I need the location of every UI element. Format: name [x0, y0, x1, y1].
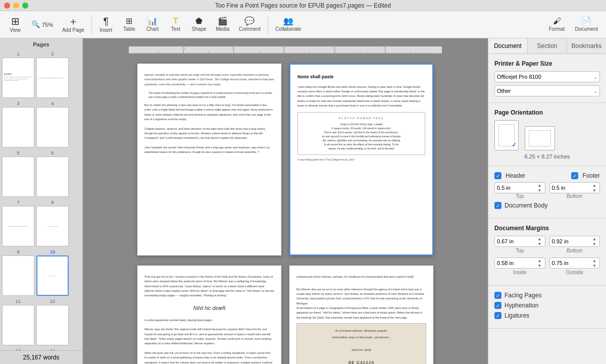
stepper-down[interactable]: ▼	[537, 188, 543, 193]
document-area[interactable]: -5 0 5 0 5	[83, 38, 488, 364]
page-thumbnail-9[interactable]	[2, 255, 34, 296]
document-button[interactable]: 📄 Document	[571, 15, 602, 34]
tab-section[interactable]: Section	[528, 38, 567, 54]
page-number-2: 2	[51, 51, 54, 57]
tab-document[interactable]: Document	[488, 38, 528, 54]
word-count-label: words	[43, 354, 60, 361]
maximize-button[interactable]	[22, 3, 28, 9]
header-top-value: 0.5 in	[497, 185, 537, 191]
footer-checkbox[interactable]: ✓	[571, 172, 578, 179]
page-thumb-container-6: 6	[36, 150, 69, 197]
paper-select[interactable]: Other ⌄	[494, 85, 600, 96]
thumb-text-3	[3, 126, 34, 129]
doc-page-9[interactable]: typeset, samples to estimate words per p…	[137, 64, 281, 255]
thumb-text-1: NoneShall typeset, samples to estimate w…	[3, 72, 34, 83]
document-body-checkbox[interactable]: ✓	[494, 202, 501, 209]
page-12-body-1: multaneously [more relevant, perhaps, fo…	[296, 275, 426, 284]
insert-button[interactable]: ¶ Insert	[95, 14, 117, 35]
format-button[interactable]: 🖌 Format	[545, 15, 569, 34]
sidebar-footer: 25,167 words	[0, 350, 82, 364]
main-content: Pages 1 NoneShall typeset, samples to es…	[0, 38, 606, 364]
stepper-down[interactable]: ▼	[591, 188, 597, 193]
page-thumbnail-7[interactable]: Chapter openers, sections and other divi…	[2, 206, 34, 246]
header-checkbox[interactable]: ✓	[494, 172, 501, 179]
inside-margin-value: 0.58 in	[497, 260, 537, 266]
page-thumbnail-8[interactable]: That only got me so far...	[36, 206, 69, 246]
table-button[interactable]: ⊞ Table	[118, 15, 140, 34]
page-spread-top: typeset, samples to estimate words per p…	[137, 64, 433, 255]
media-button[interactable]: 🎬 Media	[212, 15, 234, 34]
toolbar: ⊞ View 🔍 75% 75% ＋ Add Page ¶ Insert ⊞ T…	[0, 11, 606, 38]
page-thumbnail-4[interactable]	[36, 107, 69, 147]
facing-pages-checkbox[interactable]: ✓	[494, 292, 501, 299]
page-size-text: 6.25 × 8.27 inches	[494, 153, 600, 160]
bottom-margin-input[interactable]: 0.92 in ▲ ▼	[549, 236, 600, 247]
text-button[interactable]: T Text	[165, 15, 187, 34]
media-icon: 🎬	[218, 17, 228, 25]
minimize-button[interactable]	[13, 3, 19, 9]
page-thumb-container-5: 5	[2, 150, 34, 197]
sidebar-pages[interactable]: 1 NoneShall typeset, samples to estimate…	[0, 49, 82, 350]
page-thumbnail-2[interactable]: I went deep into Google Books and other …	[36, 58, 69, 98]
add-page-icon: ＋	[68, 16, 78, 26]
doc-page-10[interactable]: None shall paste I went deep into Google…	[289, 64, 433, 255]
page-thumbnail-11[interactable]	[2, 305, 34, 345]
page-thumbnail-3[interactable]	[2, 107, 34, 147]
top-stepper[interactable]: ▲ ▼	[537, 236, 543, 246]
tab-bookmarks[interactable]: Bookmarks	[567, 38, 606, 54]
shape-label: Shape	[192, 26, 207, 32]
page-thumbnail-10[interactable]: Nihil hic deæft...	[36, 255, 69, 296]
comment-button[interactable]: 💬 Comment	[235, 15, 265, 34]
outside-margin-label: Outside	[549, 270, 600, 275]
page-thumbnail-12[interactable]	[36, 305, 69, 345]
margins-section: Document Margins 0.67 in ▲ ▼ Top 0.92 in	[488, 219, 606, 286]
page-row: 11 12	[2, 299, 80, 345]
stepper-up[interactable]: ▲	[591, 183, 597, 188]
close-button[interactable]	[4, 3, 10, 9]
svg-text:-5: -5	[182, 46, 185, 50]
page-number-11: 11	[16, 299, 21, 304]
hyphenation-checkbox[interactable]: ✓	[494, 302, 501, 309]
hyphenation-row: ✓ Hyphenation	[494, 302, 600, 309]
bottom-margin-value: 0.92 in	[552, 238, 592, 244]
svg-text:0: 0	[333, 46, 335, 50]
header-label: Header	[506, 172, 525, 179]
page-thumbnail-1[interactable]: NoneShall typeset, samples to estimate w…	[2, 58, 34, 98]
document-label: Document	[575, 26, 598, 32]
window-controls[interactable]	[4, 3, 28, 9]
top-margin-input[interactable]: 0.67 in ▲ ▼	[494, 236, 545, 247]
zoom-button[interactable]: 🔍 75% 75%	[27, 19, 57, 31]
inside-stepper[interactable]: ▲ ▼	[537, 258, 543, 268]
page-row: 3 4	[2, 101, 80, 147]
outside-stepper[interactable]: ▲ ▼	[591, 258, 597, 268]
chart-label: Chart	[146, 26, 159, 32]
portrait-orientation[interactable]: ✓	[494, 120, 519, 150]
page-thumbnail-6[interactable]	[36, 157, 69, 197]
outside-margin-input[interactable]: 0.75 in ▲ ▼	[549, 257, 600, 269]
inside-margin-input[interactable]: 0.58 in ▲ ▼	[494, 257, 545, 269]
page-thumbnail-5[interactable]	[2, 157, 34, 197]
ligatures-checkbox[interactable]: ✓	[494, 312, 501, 319]
add-page-button[interactable]: ＋ Add Page	[58, 14, 88, 35]
svg-text:0: 0	[232, 46, 234, 50]
printer-select[interactable]: Officejet Pro 8100 ⌄	[494, 71, 600, 82]
doc-page-12[interactable]: multaneously [more relevant, perhaps, fo…	[289, 266, 433, 364]
sidebar: Pages 1 NoneShall typeset, samples to es…	[0, 38, 83, 364]
page-11-body-2: A scribe apparently counted badly, leavi…	[144, 318, 274, 364]
landscape-orientation[interactable]	[525, 126, 555, 150]
collaborate-button[interactable]: 👥 Collaborate	[271, 15, 305, 34]
bottom-stepper[interactable]: ▲ ▼	[591, 236, 597, 246]
stepper-up[interactable]: ▲	[537, 183, 543, 188]
footer-bottom-stepper[interactable]: ▲ ▼	[591, 183, 597, 193]
view-button[interactable]: ⊞ View	[4, 14, 26, 35]
svg-text:5: 5	[384, 46, 386, 50]
footer-bottom-input[interactable]: 0.5 in ▲ ▼	[549, 182, 600, 193]
doc-page-11[interactable]: That only got me so far. I turned to exp…	[137, 266, 281, 364]
chart-button[interactable]: 📊 Chart	[141, 15, 164, 34]
page-number-3: 3	[17, 101, 19, 106]
header-top-stepper[interactable]: ▲ ▼	[537, 183, 543, 193]
header-top-input[interactable]: 0.5 in ▲ ▼	[494, 182, 545, 193]
page-thumb-container-8: 8 That only got me so far...	[36, 200, 69, 246]
shape-button[interactable]: ⬟ Shape	[188, 15, 211, 34]
bottom-margin-field: 0.92 in ▲ ▼ Bottom	[549, 236, 600, 253]
